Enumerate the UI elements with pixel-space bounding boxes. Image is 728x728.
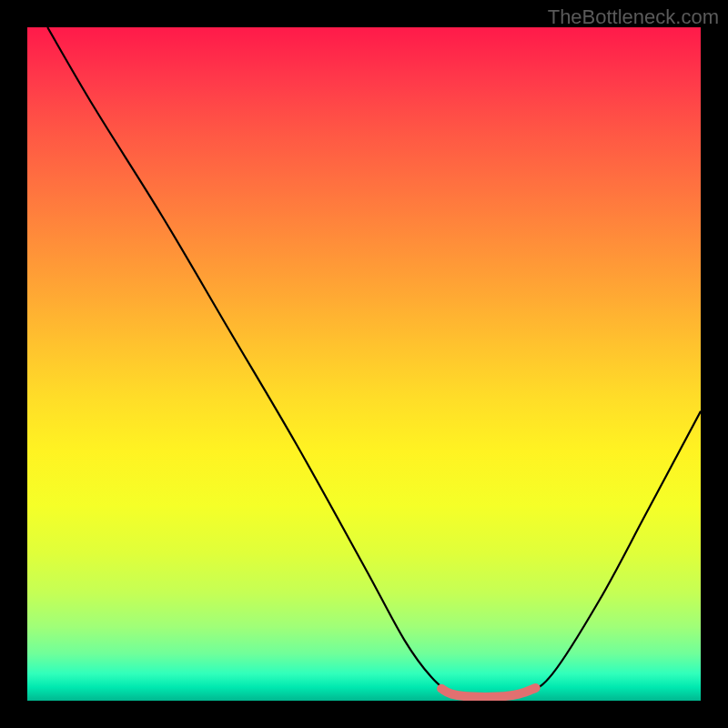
watermark-text: TheBottleneck.com [548, 5, 719, 29]
chart-container: TheBottleneck.com [0, 0, 728, 728]
bottleneck-curve [47, 27, 701, 697]
curve-svg [27, 27, 701, 701]
highlight-segment [441, 688, 536, 697]
plot-area [27, 27, 701, 701]
